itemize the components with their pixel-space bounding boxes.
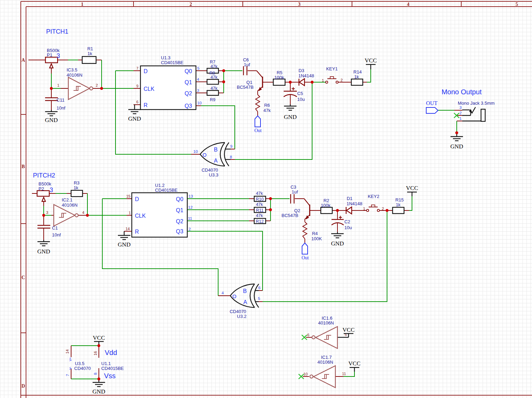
resistor-value: 47k xyxy=(256,191,263,196)
pin-number: 10 xyxy=(197,101,202,105)
pin-number: 15 xyxy=(126,194,130,198)
resistor-value: 1k xyxy=(87,51,92,56)
resistor-R6[interactable]: R6 47k xyxy=(256,95,271,113)
xor-gate-U3.2[interactable]: O B A 4 6 5 CD4070 U3.2 xyxy=(222,284,260,319)
chip-ref: U1.2 xyxy=(155,183,164,188)
pin-name-o: O xyxy=(232,293,237,299)
capacitor-value: 1uf xyxy=(292,189,298,194)
capacitor-C6[interactable]: C6 1uf xyxy=(243,57,250,75)
junction-dots xyxy=(42,69,458,380)
transistor-ref: Q2 xyxy=(294,208,300,213)
gate-part: CD4070 xyxy=(201,167,218,173)
transistor-part: BC547B xyxy=(282,213,298,218)
resistor-ref: R15 xyxy=(395,197,404,202)
resistor-R14[interactable]: R14 1k xyxy=(351,69,363,85)
pot-pin-number: 3 xyxy=(50,187,53,193)
gnd-symbol[interactable]: GND xyxy=(284,104,297,120)
capacitor-value: 10u xyxy=(344,225,352,230)
frame-col-3: 3 xyxy=(298,2,301,7)
resistor-R15[interactable]: R15 1k xyxy=(393,197,404,214)
capacitor-ref: C5 xyxy=(297,91,303,96)
chip-part: CD4015BE xyxy=(155,188,178,193)
resistor-value: 1k xyxy=(74,185,78,190)
inverter-IC1.6[interactable]: IC1.6 40106N 6 5 VCC xyxy=(302,315,354,348)
inverter-ref: IC2.1 xyxy=(62,197,72,202)
frame-row-a: A xyxy=(22,58,25,63)
inverter-IC1.7[interactable]: IC1.7 40106N 10 11 VCC xyxy=(299,355,360,388)
capacitor-C3[interactable]: C3 1uf xyxy=(291,184,298,204)
resistor-ref: R11 xyxy=(256,208,264,213)
capacitor-C5[interactable]: C5 10u xyxy=(284,87,305,102)
gnd-symbol[interactable]: GND xyxy=(331,232,344,247)
switch-KEY1[interactable]: KEY1 1 2 xyxy=(322,66,343,83)
power-pins-section[interactable]: VCC 14 V+ 16 Vdd U3.5 V- CD4070 U1.1 CD4… xyxy=(65,335,124,395)
gnd-symbol[interactable]: GND xyxy=(37,240,50,255)
pin-name-b: B xyxy=(243,288,247,294)
netflag-label: Out xyxy=(302,255,309,260)
pin-number: 2 xyxy=(382,207,384,211)
resistor-value: 100K xyxy=(311,236,322,241)
pot-P2[interactable]: B500k P2 3 xyxy=(37,181,53,201)
gnd-label: GND xyxy=(451,143,463,150)
vcc-symbol[interactable]: VCC xyxy=(406,185,418,192)
resistor-R9[interactable]: 47k R9 xyxy=(207,86,218,102)
resistor-ref: R2 xyxy=(324,198,329,203)
gnd-symbol[interactable]: GND xyxy=(451,133,463,150)
vcc-label: VCC xyxy=(93,335,105,341)
inverter-IC3.5[interactable]: IC3.5 40106N 1 2 xyxy=(57,67,98,100)
pin-name-r: R xyxy=(144,102,148,108)
diode-D1[interactable]: D1 1N4148 xyxy=(346,196,362,214)
resistor-R3[interactable]: R3 1k xyxy=(71,180,83,197)
netflag-out-2[interactable]: Out xyxy=(302,243,309,260)
capacitor-C2[interactable]: C2 10u xyxy=(332,216,352,231)
shift-register-U1.2[interactable]: U1.2 CD4015BE D CLK R Q0 Q1 Q2 Q3 15 1 1… xyxy=(126,183,193,237)
resistor-ref: R12 xyxy=(256,219,264,224)
switch-ref: KEY1 xyxy=(326,66,337,71)
pin-number: 5 xyxy=(197,66,199,70)
pin-name-d: D xyxy=(144,68,148,74)
pot-ref: P2 xyxy=(38,186,44,191)
resistor-R11[interactable]: 47k R11 xyxy=(254,202,266,213)
resistor-R1[interactable]: R1 1k xyxy=(82,46,96,63)
pin-name-q1: Q1 xyxy=(176,207,183,213)
resistor-R4[interactable]: R4 100K xyxy=(303,222,322,241)
diode-ref: D3 xyxy=(299,68,304,73)
switch-KEY2[interactable]: KEY2 1 2 xyxy=(363,194,384,211)
wires-pitch2[interactable] xyxy=(32,192,412,302)
switch-ref: KEY2 xyxy=(368,194,379,199)
resistor-R2[interactable]: R2 100k xyxy=(321,198,332,214)
resistor-value: 47k xyxy=(211,86,218,91)
pin-number: 10 xyxy=(303,372,308,376)
inverter-part: 40106N xyxy=(62,202,78,208)
vcc-symbol[interactable]: VCC xyxy=(365,57,377,64)
shift-register-U1.3[interactable]: U1.3 CD4015BE D CLK R Q0 Q1 Q2 Q3 7 9 6 … xyxy=(136,55,201,110)
pot-P1[interactable]: B500k P1 3 xyxy=(45,48,60,68)
pin-number: 2 xyxy=(96,83,98,87)
netflag-out-1[interactable]: Out xyxy=(255,116,262,133)
schematic-canvas[interactable]: 1 2 3 4 5 A B C D xyxy=(0,0,532,398)
xor-gate-U3.3[interactable]: O B A 10 9 8 CD4070 U3.3 xyxy=(194,142,233,178)
gnd-symbol[interactable]: GND xyxy=(128,105,141,122)
resistor-ref: R10 xyxy=(256,197,264,202)
transistor-Q2[interactable]: Q2 BC547B xyxy=(282,199,310,219)
vcc-label: VCC xyxy=(406,185,418,191)
pin-number: 6 xyxy=(136,100,138,104)
resistor-R10[interactable]: 47k R10 xyxy=(254,191,266,202)
resistor-R12[interactable]: 47k R12 xyxy=(254,213,266,224)
netflag-out-main[interactable]: OUT xyxy=(426,100,438,113)
inverter-IC2.1[interactable]: IC2.1 40106N 3 4 xyxy=(46,197,84,226)
resistor-ref: R7 xyxy=(210,60,215,64)
gnd-symbol[interactable]: GND xyxy=(118,231,131,248)
pin-number: 6 xyxy=(307,333,309,337)
capacitor-ref: C1 xyxy=(52,225,58,231)
transistor-Q1[interactable]: Q1 BC547B xyxy=(237,71,263,91)
capacitor-C11[interactable]: C11 10nf xyxy=(45,88,66,111)
chip-ref: U3.5 xyxy=(75,361,84,366)
pin-number: 2 xyxy=(189,227,191,231)
resistor-value: 100k xyxy=(321,203,331,208)
gnd-symbol[interactable]: GND xyxy=(45,110,58,123)
resistor-R5[interactable]: R5 100k xyxy=(273,70,285,85)
pin-number: 10 xyxy=(194,149,198,154)
audio-jack-J1[interactable]: Mono Jack 3.5mm 3 2 1 xyxy=(454,101,495,121)
capacitor-ref: C6 xyxy=(243,57,249,62)
